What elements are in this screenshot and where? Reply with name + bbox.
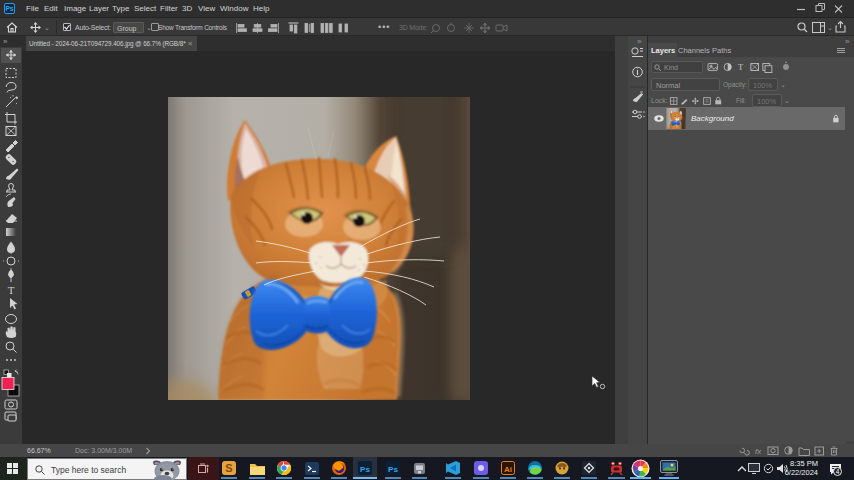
svg-text:T: T [8,284,15,296]
svg-text:T: T [738,62,744,72]
svg-text:Ai: Ai [504,465,512,474]
svg-text:Ps: Ps [360,465,370,474]
svg-text:S: S [225,462,232,474]
svg-text:fx: fx [755,447,762,456]
svg-text:Ps: Ps [388,465,398,474]
